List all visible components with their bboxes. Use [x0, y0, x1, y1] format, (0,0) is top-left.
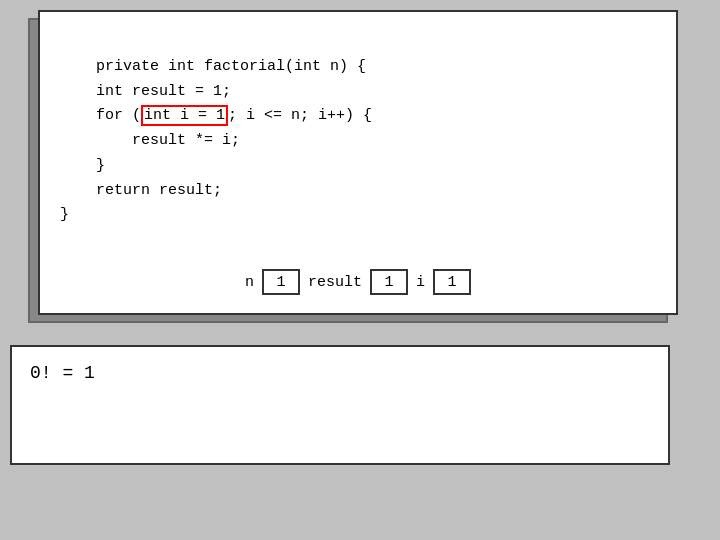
code-line-2: int result = 1;: [60, 83, 231, 100]
code-line-5: }: [60, 157, 105, 174]
output-card: 0! = 1: [10, 345, 670, 465]
code-line-6: return result;: [60, 182, 222, 199]
n-value-box: 1: [262, 269, 300, 295]
highlight-int-i: int i = 1: [141, 105, 228, 126]
code-block: private int factorial(int n) { int resul…: [60, 30, 656, 253]
code-line-7: }: [60, 206, 69, 223]
i-label: i: [416, 274, 425, 291]
code-line-4: result *= i;: [60, 132, 240, 149]
result-value-box: 1: [370, 269, 408, 295]
code-line-1: private int factorial(int n) {: [96, 58, 366, 75]
n-label: n: [245, 274, 254, 291]
i-value-box: 1: [433, 269, 471, 295]
code-line-3: for (int i = 1; i <= n; i++) {: [60, 105, 372, 126]
variable-row: n 1 result 1 i 1: [40, 269, 676, 295]
code-card: private int factorial(int n) { int resul…: [38, 10, 678, 315]
result-label: result: [308, 274, 362, 291]
output-text: 0! = 1: [30, 363, 95, 383]
